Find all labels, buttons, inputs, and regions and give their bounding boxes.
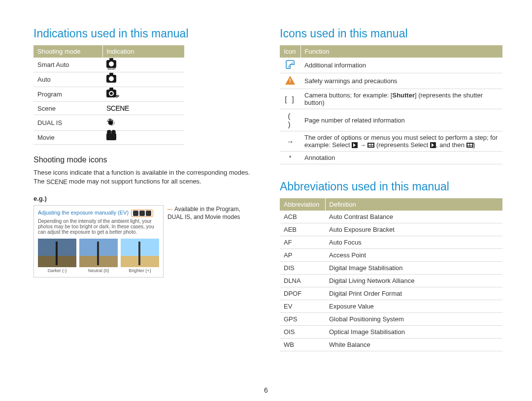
- def-cell: Auto Exposure Bracket: [325, 223, 502, 236]
- table-row: [ ] Camera buttons; for example: [Shutte…: [280, 89, 502, 109]
- abbrev-cell: DLNA: [280, 275, 325, 287]
- mode-cell: Smart Auto: [33, 58, 102, 72]
- th-abbrev: Abbreviation: [280, 198, 325, 211]
- example-mode-badges: [131, 210, 153, 217]
- mode-cell: Program: [33, 87, 102, 102]
- scene-inline-icon: SCENE: [46, 178, 67, 185]
- brackets-icon: [ ]: [285, 95, 296, 103]
- camera-p-icon: P: [106, 90, 116, 97]
- abbrev-cell: DIS: [280, 262, 325, 275]
- table-row: DISDigital Image Stabilisation: [280, 262, 502, 275]
- table-row: DLNADigital Living Network Alliance: [280, 275, 502, 287]
- table-row: DPOFDigital Print Order Format: [280, 287, 502, 300]
- abbrev-cell: OIS: [280, 326, 325, 339]
- th-shooting-mode: Shooting mode: [33, 45, 102, 58]
- table-row: Movie: [33, 131, 184, 145]
- table-row: Program P: [33, 87, 184, 102]
- icon-cell: SCENE: [102, 102, 184, 115]
- example-caption: Available in the Program, DUAL IS, and M…: [167, 205, 256, 221]
- def-cell: White Balance: [325, 339, 502, 351]
- thumb-label: Neutral (0): [79, 268, 118, 273]
- asterisk-icon: *: [289, 154, 291, 161]
- camera-icon: [106, 75, 116, 83]
- table-row: Smart Auto SMART: [33, 58, 184, 72]
- page-number: 6: [264, 386, 268, 394]
- th-definition: Definition: [325, 198, 502, 211]
- mode-cell: DUAL IS: [33, 115, 102, 131]
- mode-cell: Movie: [33, 131, 102, 145]
- table-row: OISOptical Image Stabilisation: [280, 326, 502, 339]
- function-cell: The order of options or menus you must s…: [300, 131, 502, 152]
- icons-heading: Icons used in this manual: [280, 27, 502, 40]
- warn-icon: [285, 76, 295, 85]
- table-row: Scene SCENE: [33, 102, 184, 115]
- abbrev-cell: ACB: [280, 211, 325, 223]
- table-row: EVExposure Value: [280, 300, 502, 313]
- table-row: DUAL IS: [33, 115, 184, 131]
- abbrev-table: Abbreviation Definition ACBAuto Contrast…: [280, 198, 502, 351]
- abbrev-heading: Abbreviations used in this manual: [280, 180, 502, 193]
- th-function: Function: [300, 45, 502, 58]
- example-box: Adjusting the exposure manually (EV) Dep…: [33, 205, 164, 278]
- example-label: e.g.): [33, 195, 256, 202]
- parens-icon: ( ): [288, 112, 293, 128]
- function-cell: Camera buttons; for example: [Shutter] (…: [300, 89, 502, 109]
- table-row: AFAuto Focus: [280, 236, 502, 249]
- def-cell: Digital Living Network Alliance: [325, 275, 502, 287]
- def-cell: Exposure Value: [325, 300, 502, 313]
- icons-table: Icon Function Additional information Saf…: [280, 45, 502, 164]
- table-row: WBWhite Balance: [280, 339, 502, 351]
- icon-cell: [102, 115, 184, 131]
- abbrev-cell: EV: [280, 300, 325, 313]
- thumb: Darker (-): [38, 239, 76, 273]
- abbrev-cell: DPOF: [280, 287, 325, 300]
- note-icon: [286, 60, 295, 69]
- scene-icon: SCENE: [106, 104, 129, 112]
- table-row: AEBAuto Exposure Bracket: [280, 223, 502, 236]
- def-cell: Access Point: [325, 249, 502, 262]
- table-row: ACBAuto Contrast Balance: [280, 211, 502, 223]
- left-column: Indications used in this manual Shooting…: [33, 27, 256, 351]
- table-row: Safety warnings and precautions: [280, 73, 502, 89]
- th-indication: Indication: [102, 45, 184, 58]
- movie-icon: [106, 133, 116, 140]
- table-row: → The order of options or menus you must…: [280, 131, 502, 152]
- def-cell: Global Positioning System: [325, 313, 502, 326]
- example-row: Adjusting the exposure manually (EV) Dep…: [33, 205, 256, 278]
- abbrev-cell: AEB: [280, 223, 325, 236]
- shooting-mode-para: These icons indicate that a function is …: [33, 168, 256, 186]
- camera-smart-icon: SMART: [106, 60, 116, 68]
- thumb: Neutral (0): [79, 239, 118, 273]
- mode-cell: Auto: [33, 72, 102, 87]
- abbrev-cell: AP: [280, 249, 325, 262]
- def-cell: Optical Image Stabilisation: [325, 326, 502, 339]
- def-cell: Digital Print Order Format: [325, 287, 502, 300]
- right-column: Icons used in this manual Icon Function …: [280, 27, 502, 351]
- icon-cell: P: [102, 87, 184, 102]
- th-icon: Icon: [280, 45, 300, 58]
- para-text: mode may not support functions for all s…: [67, 178, 201, 185]
- thumb-label: Darker (-): [38, 268, 76, 273]
- abbrev-cell: AF: [280, 236, 325, 249]
- abbrev-cell: WB: [280, 339, 325, 351]
- arrow-icon: →: [287, 137, 294, 146]
- icon-cell: [102, 131, 184, 145]
- icon-cell: SMART: [102, 58, 184, 72]
- mode-cell: Scene: [33, 102, 102, 115]
- function-cell: Annotation: [300, 152, 502, 164]
- def-cell: Auto Contrast Balance: [325, 211, 502, 223]
- function-cell: Safety warnings and precautions: [300, 73, 502, 89]
- function-cell: Page number of related information: [300, 109, 502, 131]
- abbrev-cell: GPS: [280, 313, 325, 326]
- thumb-label: Brighter (+): [121, 268, 159, 273]
- function-cell: Additional information: [300, 58, 502, 73]
- table-row: APAccess Point: [280, 249, 502, 262]
- example-desc: Depending on the intensity of the ambien…: [38, 218, 159, 235]
- table-row: ( ) Page number of related information: [280, 109, 502, 131]
- def-cell: Auto Focus: [325, 236, 502, 249]
- def-cell: Digital Image Stabilisation: [325, 262, 502, 275]
- hand-icon: [106, 118, 115, 126]
- table-row: GPSGlobal Positioning System: [280, 313, 502, 326]
- shooting-mode-table: Shooting mode Indication Smart Auto SMAR…: [33, 45, 184, 145]
- thumb: Brighter (+): [121, 239, 159, 273]
